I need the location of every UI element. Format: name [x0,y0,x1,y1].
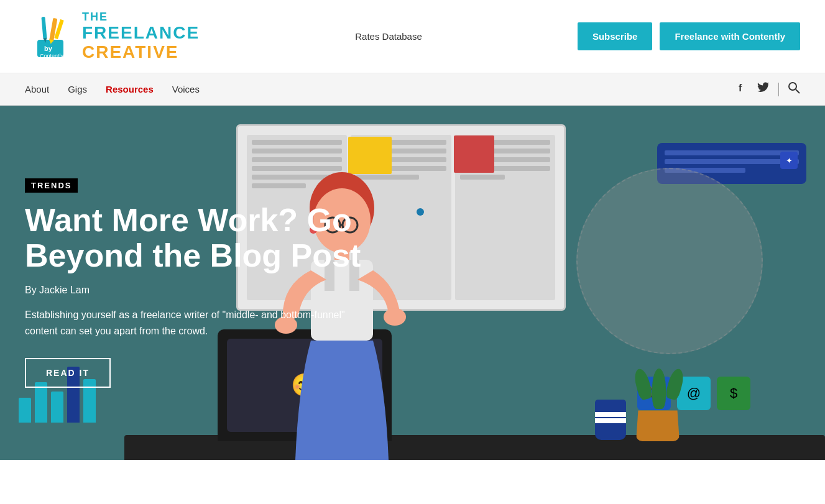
header-buttons: Subscribe Freelance with Contently [578,22,800,50]
freelance-with-contently-button[interactable]: Freelance with Contently [660,22,800,50]
twitter-icon[interactable] [757,82,770,96]
rates-database-link[interactable]: Rates Database [355,31,422,42]
svg-text:Contently: Contently [40,53,64,59]
coffee-cup-illustration [595,400,626,440]
subscribe-button[interactable]: Subscribe [578,22,653,50]
nav-gigs[interactable]: Gigs [68,74,87,104]
svg-rect-5 [41,16,47,39]
logo-icon: by Contently [25,12,75,62]
read-it-button[interactable]: READ IT [25,358,111,388]
hero-section: ✦ 📞 @ $ 😊 [0,106,825,460]
svg-line-10 [796,89,800,93]
site-header: by Contently THE FREELANCE CREATIVE Rate… [0,0,825,73]
navbar-links: About Gigs Resources Voices [25,74,200,104]
nav-voices[interactable]: Voices [172,74,200,104]
main-navbar: About Gigs Resources Voices f [0,73,825,106]
plant-illustration [636,369,682,441]
hero-title: Want More Work? Go Beyond the Blog Post [25,203,373,273]
logo-freelance: FREELANCE [82,24,200,43]
nav-about[interactable]: About [25,74,49,104]
hero-author: By Jackie Lam [25,285,373,296]
nav-divider [778,83,779,96]
logo-text: THE FREELANCE CREATIVE [82,11,200,62]
dollar-icon: $ [717,377,750,410]
hero-content: TRENDS Want More Work? Go Beyond the Blo… [0,106,398,460]
nav-resources[interactable]: Resources [106,74,154,104]
search-icon[interactable] [788,81,800,97]
header-nav: Rates Database [355,31,422,42]
logo[interactable]: by Contently THE FREELANCE CREATIVE [25,11,200,62]
logo-creative: CREATIVE [82,43,200,62]
svg-text:f: f [739,83,742,93]
facebook-icon[interactable]: f [737,82,749,96]
svg-point-9 [789,83,796,90]
navbar-social: f [737,81,800,97]
sticky-note-red [454,135,494,173]
category-badge: TRENDS [25,178,78,193]
hero-description: Establishing yourself as a freelance wri… [25,307,348,339]
sphere-decoration [576,168,763,354]
svg-text:by: by [44,45,53,52]
logo-the: THE [82,11,200,24]
